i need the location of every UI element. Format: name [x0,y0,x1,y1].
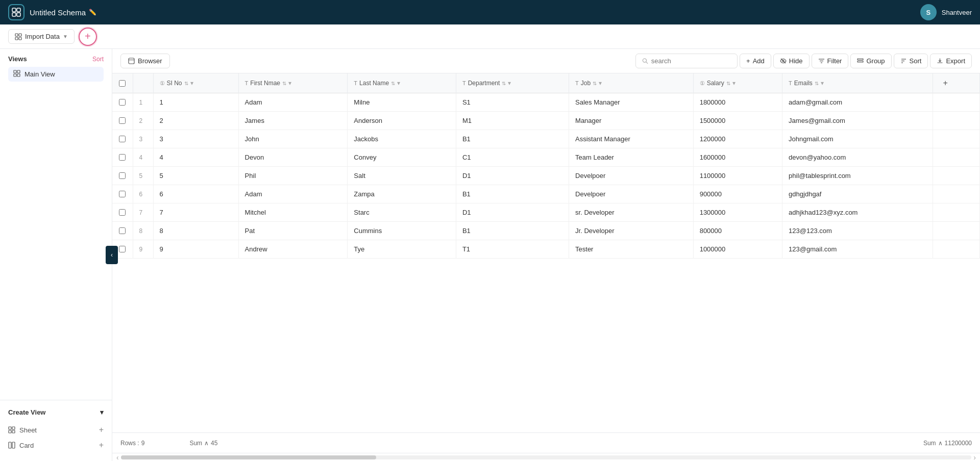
cell-salary[interactable]: 800000 [693,222,782,240]
row-checkbox[interactable] [119,191,126,197]
sort-department[interactable]: ⇅ [502,81,506,86]
cell-first-name[interactable]: Adam [238,93,348,112]
add-card-icon[interactable]: + [99,441,104,450]
row-checkbox[interactable] [119,209,126,216]
cell-emails[interactable]: phil@tablesprint.com [782,167,933,185]
cell-salary[interactable]: 1500000 [693,112,782,130]
sort-first-name[interactable]: ⇅ [282,81,286,86]
cell-last-name[interactable]: Anderson [348,112,456,130]
horizontal-scrollbar[interactable]: ‹ › [112,453,980,461]
cell-sl-no[interactable]: 4 [153,148,238,167]
cell-department[interactable]: D1 [456,167,569,185]
sort-job[interactable]: ⇅ [593,81,597,86]
cell-emails[interactable]: Johngmail.com [782,130,933,148]
row-checkbox[interactable] [119,136,126,142]
cell-department[interactable]: S1 [456,93,569,112]
row-checkbox[interactable] [119,117,126,124]
cell-sl-no[interactable]: 5 [153,167,238,185]
cell-last-name[interactable]: Starc [348,203,456,222]
cell-department[interactable]: M1 [456,112,569,130]
create-sheet-item[interactable]: Sheet + [8,422,104,438]
col-menu-last-name[interactable]: ▾ [397,80,400,87]
browser-button[interactable]: Browser [120,54,170,68]
cell-first-name[interactable]: James [238,112,348,130]
export-button[interactable]: Export [930,54,972,68]
cell-emails[interactable]: adam@gmail.com [782,93,933,112]
import-data-button[interactable]: Import Data ▼ [8,29,75,44]
sort-sl-no[interactable]: ⇅ [184,81,188,86]
cell-salary[interactable]: 900000 [693,185,782,203]
cell-last-name[interactable]: Jackobs [348,130,456,148]
col-menu-sl-no[interactable]: ▾ [190,80,193,87]
cell-emails[interactable]: gdhgjdhgaf [782,185,933,203]
cell-department[interactable]: C1 [456,148,569,167]
cell-last-name[interactable]: Zampa [348,185,456,203]
col-menu-emails[interactable]: ▾ [821,80,824,87]
col-menu-salary[interactable]: ▾ [732,80,736,87]
cell-sl-no[interactable]: 7 [153,203,238,222]
cell-job[interactable]: Develpoer [569,167,694,185]
col-menu-first-name[interactable]: ▾ [288,80,291,87]
cell-job[interactable]: Team Leader [569,148,694,167]
cell-salary[interactable]: 1100000 [693,167,782,185]
cell-last-name[interactable]: Convey [348,148,456,167]
cell-department[interactable]: B1 [456,185,569,203]
col-menu-department[interactable]: ▾ [508,80,511,87]
col-menu-job[interactable]: ▾ [599,80,602,87]
add-sheet-icon[interactable]: + [99,425,104,434]
create-card-item[interactable]: Card + [8,438,104,453]
sort-emails[interactable]: ⇅ [815,81,819,86]
group-button[interactable]: Group [850,54,891,68]
cell-sl-no[interactable]: 9 [153,240,238,259]
cell-sl-no[interactable]: 1 [153,93,238,112]
cell-job[interactable]: Assistant Manager [569,130,694,148]
create-view-header[interactable]: Create View ▾ [8,408,104,416]
cell-first-name[interactable]: John [238,130,348,148]
cell-salary[interactable]: 1300000 [693,203,782,222]
row-checkbox[interactable] [119,227,126,234]
cell-sl-no[interactable]: 3 [153,130,238,148]
cell-emails[interactable]: adhjkhad123@xyz.com [782,203,933,222]
cell-job[interactable]: Develpoer [569,185,694,203]
cell-salary[interactable]: 1800000 [693,93,782,112]
cell-department[interactable]: B1 [456,222,569,240]
select-all-checkbox[interactable] [119,80,126,87]
cell-first-name[interactable]: Mitchel [238,203,348,222]
cell-last-name[interactable]: Milne [348,93,456,112]
edit-title-icon[interactable]: ✏️ [89,9,96,16]
cell-salary[interactable]: 1600000 [693,148,782,167]
cell-first-name[interactable]: Andrew [238,240,348,259]
cell-emails[interactable]: 123@123.com [782,222,933,240]
scroll-right-arrow[interactable]: › [971,453,978,462]
scrollbar-thumb[interactable] [121,455,376,459]
cell-department[interactable]: B1 [456,130,569,148]
search-input[interactable] [651,57,731,65]
views-sort-button[interactable]: Sort [92,56,104,63]
cell-department[interactable]: D1 [456,203,569,222]
cell-first-name[interactable]: Devon [238,148,348,167]
cell-first-name[interactable]: Adam [238,185,348,203]
cell-emails[interactable]: 123@gmail.com [782,240,933,259]
cell-emails[interactable]: James@gmail.com [782,112,933,130]
hide-button[interactable]: Hide [773,54,810,68]
cell-job[interactable]: Jr. Developer [569,222,694,240]
search-box[interactable] [635,54,738,68]
row-checkbox[interactable] [119,99,126,106]
cell-department[interactable]: T1 [456,240,569,259]
cell-last-name[interactable]: Salt [348,167,456,185]
row-checkbox[interactable] [119,246,126,252]
row-checkbox[interactable] [119,172,126,179]
cell-emails[interactable]: devon@yahoo.com [782,148,933,167]
sort-button[interactable]: Sort [894,54,928,68]
scroll-left-arrow[interactable]: ‹ [114,453,121,462]
cell-job[interactable]: Manager [569,112,694,130]
add-row-button[interactable]: + Add [740,54,771,68]
cell-job[interactable]: sr. Developer [569,203,694,222]
cell-sl-no[interactable]: 8 [153,222,238,240]
scrollbar-track[interactable] [121,455,972,459]
cell-last-name[interactable]: Tye [348,240,456,259]
cell-job[interactable]: Tester [569,240,694,259]
cell-salary[interactable]: 1000000 [693,240,782,259]
cell-last-name[interactable]: Cummins [348,222,456,240]
sidebar-item-main-view[interactable]: Main View [8,67,104,82]
